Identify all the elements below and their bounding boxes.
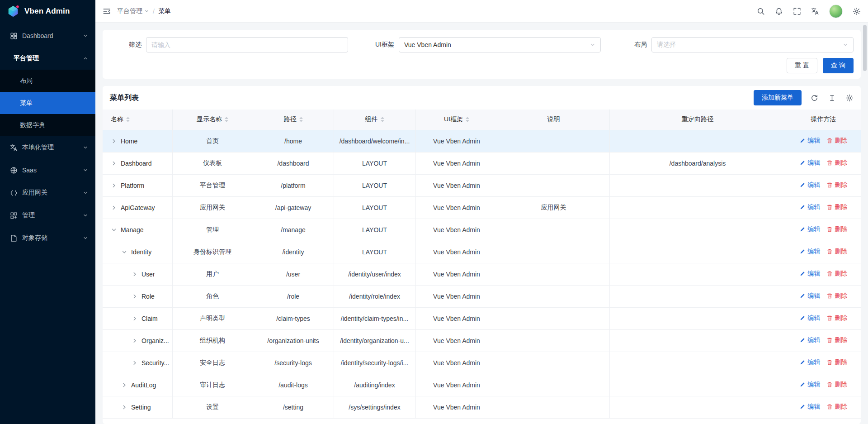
edit-button[interactable]: 编辑	[799, 358, 820, 367]
delete-button[interactable]: 删除	[826, 203, 847, 211]
delete-button[interactable]: 删除	[826, 336, 847, 344]
edit-button[interactable]: 编辑	[799, 381, 820, 389]
keyword-input[interactable]	[146, 37, 348, 52]
delete-button[interactable]: 删除	[826, 270, 847, 278]
table-row[interactable]: Dashboard仪表板/dashboardLAYOUTVue Vben Adm…	[103, 152, 861, 174]
edit-button[interactable]: 编辑	[799, 203, 820, 211]
cell-path: /home	[253, 130, 334, 152]
table-row[interactable]: Setting设置/setting/sys/settings/indexVue …	[103, 396, 861, 418]
row-height-icon[interactable]	[828, 94, 836, 102]
edit-button[interactable]: 编辑	[799, 159, 820, 167]
expand-row-icon[interactable]	[111, 160, 117, 167]
framework-select[interactable]: Vue Vben Admin	[399, 37, 601, 52]
sidebar-item-dict[interactable]: 数据字典	[0, 114, 95, 136]
collapse-row-icon[interactable]	[121, 249, 127, 255]
collapse-row-icon[interactable]	[111, 227, 117, 233]
delete-label: 删除	[835, 403, 847, 411]
row-name: ApiGateway	[121, 204, 155, 211]
fullscreen-icon[interactable]	[793, 7, 801, 15]
delete-button[interactable]: 删除	[826, 358, 847, 367]
edit-button[interactable]: 编辑	[799, 270, 820, 278]
cell-description	[498, 374, 609, 396]
delete-button[interactable]: 删除	[826, 181, 847, 189]
breadcrumb-parent[interactable]: 平台管理	[117, 7, 149, 15]
delete-button[interactable]: 删除	[826, 225, 847, 233]
sidebar-item-saas[interactable]: Saas	[0, 159, 95, 181]
table-row[interactable]: Role角色/role/identity/role/indexVue Vben …	[103, 285, 861, 307]
sidebar-item-layout[interactable]: 布局	[0, 70, 95, 92]
translate-icon[interactable]	[811, 7, 819, 15]
refresh-icon[interactable]	[811, 94, 818, 102]
expand-row-icon[interactable]	[111, 205, 117, 211]
expand-row-icon[interactable]	[132, 271, 138, 277]
table-row[interactable]: Security...安全日志/security-logs/identity/s…	[103, 352, 861, 374]
edit-button[interactable]: 编辑	[799, 292, 820, 300]
search-button[interactable]: 查 询	[823, 58, 854, 73]
column-settings-icon[interactable]	[846, 94, 854, 102]
expand-row-icon[interactable]	[121, 404, 127, 410]
delete-button[interactable]: 删除	[826, 292, 847, 300]
cell-actions: 编辑删除	[786, 241, 861, 263]
cell-framework: Vue Vben Admin	[415, 396, 498, 418]
sort-icons[interactable]	[466, 117, 469, 122]
sidebar-item-dashboard[interactable]: Dashboard	[0, 24, 95, 47]
edit-button[interactable]: 编辑	[799, 314, 820, 322]
expand-row-icon[interactable]	[121, 382, 127, 388]
sort-icons[interactable]	[126, 117, 130, 122]
sidebar-item-storage[interactable]: 对象存储	[0, 227, 95, 249]
expand-row-icon[interactable]	[111, 138, 117, 144]
menu-fold-icon[interactable]	[103, 7, 111, 15]
scrollbar-thumb[interactable]	[863, 25, 867, 71]
settings-icon[interactable]	[853, 7, 861, 15]
cell-redirect	[609, 263, 786, 285]
bell-icon[interactable]	[775, 7, 783, 15]
search-icon[interactable]	[757, 7, 765, 15]
edit-button[interactable]: 编辑	[799, 225, 820, 233]
delete-button[interactable]: 删除	[826, 314, 847, 322]
reset-button[interactable]: 重 置	[787, 58, 817, 73]
table-row[interactable]: AuditLog审计日志/audit-logs/auditing/indexVu…	[103, 374, 861, 396]
expand-row-icon[interactable]	[132, 360, 138, 366]
table-row[interactable]: ApiGateway应用网关/api-gatewayLAYOUTVue Vben…	[103, 196, 861, 219]
sidebar-item-localization[interactable]: 本地化管理	[0, 136, 95, 159]
column-header-component[interactable]: 组件	[334, 110, 415, 130]
edit-button[interactable]: 编辑	[799, 137, 820, 145]
table-row[interactable]: Manage管理/manageLAYOUTVue Vben Admin编辑删除	[103, 219, 861, 241]
table-row[interactable]: Claim声明类型/claim-types/identity/claim-typ…	[103, 307, 861, 329]
edit-button[interactable]: 编辑	[799, 403, 820, 411]
table-row[interactable]: Organiz...组织机构/organization-units/identi…	[103, 329, 861, 352]
edit-button[interactable]: 编辑	[799, 181, 820, 189]
expand-row-icon[interactable]	[132, 338, 138, 344]
table-row[interactable]: Identity身份标识管理/identityLAYOUTVue Vben Ad…	[103, 241, 861, 263]
sort-icons[interactable]	[381, 117, 384, 122]
expand-row-icon[interactable]	[111, 182, 117, 189]
delete-button[interactable]: 删除	[826, 403, 847, 411]
column-header-framework[interactable]: UI框架	[415, 110, 498, 130]
expand-row-icon[interactable]	[132, 315, 138, 322]
user-avatar[interactable]	[829, 5, 843, 18]
sidebar-item-menu[interactable]: 菜单	[0, 92, 95, 114]
delete-button[interactable]: 删除	[826, 248, 847, 256]
delete-button[interactable]: 删除	[826, 159, 847, 167]
sort-icons[interactable]	[299, 117, 303, 122]
delete-button[interactable]: 删除	[826, 381, 847, 389]
sidebar-item-platform[interactable]: 平台管理	[0, 47, 95, 70]
expand-row-icon[interactable]	[132, 293, 138, 300]
edit-button[interactable]: 编辑	[799, 336, 820, 344]
table-row[interactable]: Home首页/home/dashboard/welcome/in...Vue V…	[103, 130, 861, 152]
table-row[interactable]: User用户/user/identity/user/indexVue Vben …	[103, 263, 861, 285]
column-header-display_name[interactable]: 显示名称	[172, 110, 253, 130]
layout-select[interactable]: 请选择	[651, 37, 854, 52]
edit-button[interactable]: 编辑	[799, 248, 820, 256]
sidebar-item-manage[interactable]: 管理	[0, 204, 95, 227]
cell-name: User	[103, 263, 172, 285]
app-logo[interactable]: Vben Admin	[0, 0, 95, 23]
column-header-path[interactable]: 路径	[253, 110, 334, 130]
sort-icons[interactable]	[225, 117, 228, 122]
breadcrumb-parent-label: 平台管理	[117, 7, 142, 15]
column-header-name[interactable]: 名称	[103, 110, 172, 130]
table-row[interactable]: Platform平台管理/platformLAYOUTVue Vben Admi…	[103, 174, 861, 196]
sidebar-item-gateway[interactable]: 应用网关	[0, 181, 95, 204]
add-menu-button[interactable]: 添加新菜单	[754, 90, 802, 105]
delete-button[interactable]: 删除	[826, 137, 847, 145]
